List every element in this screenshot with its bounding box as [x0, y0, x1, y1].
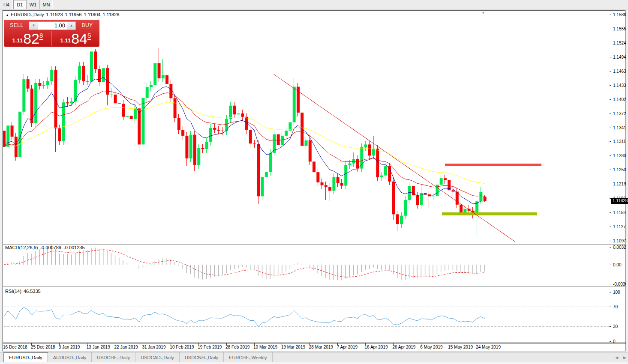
- svg-text:1.13110: 1.13110: [613, 139, 626, 144]
- svg-text:0.003287: 0.003287: [613, 245, 626, 250]
- tab-usdcnh-daily[interactable]: USDCNH-,Daily: [180, 352, 224, 362]
- svg-text:1.14635: 1.14635: [613, 69, 626, 74]
- date-label: 25 Dec 2018: [31, 345, 55, 349]
- date-label: 16 Dec 2018: [3, 345, 27, 349]
- buy-price-prefix: 1.11: [60, 37, 71, 44]
- sell-price-button[interactable]: 1.11828: [4, 31, 51, 46]
- date-label: 26 Apr 2019: [392, 345, 415, 349]
- date-label: 16 Apr 2019: [365, 345, 388, 349]
- svg-text:100: 100: [613, 290, 620, 295]
- chart-symbol-label: EURUSD-,Daily: [11, 12, 44, 17]
- buy-button[interactable]: BUY: [81, 22, 93, 29]
- date-label: 13 Jan 2019: [87, 345, 110, 349]
- date-label: 10 Feb 2019: [170, 345, 194, 349]
- volume-input[interactable]: [38, 21, 67, 30]
- date-label: 3 Jan 2019: [59, 345, 80, 349]
- svg-text:0.00: 0.00: [613, 263, 622, 267]
- svg-text:1.13415: 1.13415: [613, 125, 626, 130]
- candles-layer: [3, 47, 487, 236]
- svg-text:1.13720: 1.13720: [613, 111, 626, 116]
- volume-increase-button[interactable]: ▲: [67, 21, 76, 30]
- buy-price-pips: 84: [71, 31, 87, 46]
- svg-text:1.12195: 1.12195: [613, 182, 626, 186]
- support-line: [442, 212, 537, 215]
- status-strip: [0, 362, 628, 364]
- svg-text:30: 30: [613, 324, 618, 329]
- sell-price-point: 8: [39, 32, 43, 40]
- date-label: 31 Jan 2019: [142, 345, 165, 349]
- ohlc-close: 1.11828: [102, 12, 119, 17]
- svg-text:1.14940: 1.14940: [613, 55, 626, 60]
- chart-canvas[interactable]: 1.158601.155501.152451.149401.146351.143…: [3, 11, 626, 351]
- svg-text:1.10970: 1.10970: [613, 239, 626, 243]
- timeframe-d1-button[interactable]: D1: [13, 0, 27, 9]
- date-label: 6 May 2019: [420, 345, 443, 349]
- date-label: 15 May 2019: [448, 345, 473, 349]
- volume-decrease-button[interactable]: ▼: [29, 21, 38, 30]
- sell-button[interactable]: SELL: [9, 22, 24, 29]
- ohlc-open: 1.11923: [46, 12, 63, 17]
- resistance-line: [445, 164, 541, 166]
- date-label: 24 May 2019: [476, 345, 501, 349]
- timeframe-w1-button[interactable]: W1: [27, 0, 40, 9]
- date-label: 28 Feb 2019: [225, 345, 250, 349]
- chart-header: ▲EURUSD-,Daily1.119231.119561.118041.118…: [6, 12, 121, 17]
- svg-text:1.15550: 1.15550: [613, 27, 626, 31]
- date-label: 7 Apr 2019: [337, 345, 358, 349]
- date-label: 19 Feb 2019: [198, 345, 222, 349]
- symbol-tab-bar: EURUSD-,Daily AUDUSD-,Daily USDCHF-,Dail…: [0, 352, 628, 362]
- tab-eurusd-daily[interactable]: EURUSD-,Daily: [3, 352, 48, 362]
- rsi-label: RSI(14)46.5335: [5, 289, 43, 294]
- svg-text:1.12500: 1.12500: [613, 167, 626, 172]
- spin-down-icon: ▼: [32, 24, 36, 27]
- chart-shift-marker-icon[interactable]: ▼: [481, 11, 485, 15]
- svg-text:-0.003659: -0.003659: [613, 282, 626, 286]
- date-label: 19 Mar 2019: [281, 345, 306, 349]
- svg-text:1.14025: 1.14025: [613, 97, 626, 102]
- chart-window: 1.158601.155501.152451.149401.146351.143…: [3, 10, 625, 351]
- rsi-title: RSI(14): [5, 289, 21, 294]
- timeframe-h4-button[interactable]: H4: [0, 0, 13, 9]
- svg-text:0: 0: [613, 339, 616, 344]
- buy-price-point: 5: [87, 32, 91, 40]
- ohlc-high: 1.11956: [65, 12, 82, 17]
- buy-price-button[interactable]: 1.11845: [51, 31, 99, 46]
- spin-up-icon: ▲: [70, 24, 73, 27]
- collapse-triangle-icon[interactable]: ▲: [6, 13, 9, 17]
- rsi-value: 46.5335: [24, 289, 41, 294]
- date-label: 22 Jan 2019: [114, 345, 138, 349]
- svg-text:70: 70: [613, 304, 618, 309]
- date-label: 28 Mar 2019: [309, 345, 334, 349]
- tab-eurchf-weekly[interactable]: EURCHF-,Weekly: [224, 352, 272, 362]
- macd-label: MACD(12,26,9)-0.000789-0.001235: [5, 245, 87, 250]
- svg-text:1.14330: 1.14330: [613, 83, 626, 88]
- svg-text:1.11580: 1.11580: [613, 210, 626, 215]
- sell-price-prefix: 1.11: [12, 37, 23, 44]
- svg-text:1.15245: 1.15245: [613, 41, 626, 45]
- tab-scroll-right-icon[interactable]: ▶: [623, 355, 626, 360]
- macd-histogram: [4, 245, 485, 280]
- tab-usdchf-daily[interactable]: USDCHF-,Daily: [92, 352, 135, 362]
- tab-scroll-left-icon[interactable]: ◀: [615, 355, 618, 360]
- svg-text:1.15860: 1.15860: [613, 12, 626, 17]
- one-click-trading-panel: SELL ▼ ▲ BUY 1.11828 1.11845: [4, 20, 99, 47]
- ohlc-low: 1.11804: [84, 12, 100, 17]
- svg-text:1.11275: 1.11275: [613, 224, 626, 229]
- current-price-tag: 1.11828: [611, 198, 628, 204]
- macd-main-value: -0.000789: [40, 245, 61, 250]
- macd-title: MACD(12,26,9): [5, 245, 38, 250]
- timeframe-mn-button[interactable]: MN: [40, 0, 53, 9]
- tab-usdcad-daily[interactable]: USDCAD-,Daily: [135, 352, 180, 362]
- tab-audusd-daily[interactable]: AUDUSD-,Daily: [48, 352, 92, 362]
- svg-text:1.12805: 1.12805: [613, 153, 626, 158]
- macd-signal-value: -0.001235: [63, 245, 85, 250]
- timeframe-toolbar: H4 D1 W1 MN: [0, 0, 628, 9]
- date-label: 10 Mar 2019: [253, 345, 278, 349]
- sell-price-pips: 82: [23, 31, 39, 46]
